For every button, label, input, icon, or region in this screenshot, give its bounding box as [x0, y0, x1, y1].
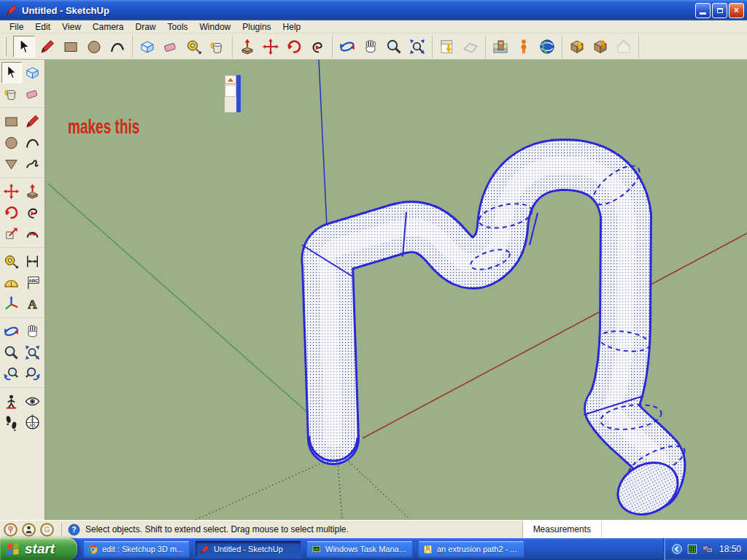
measurements-input[interactable]	[601, 521, 747, 539]
push-pull-tool[interactable]	[23, 181, 43, 202]
menu-item[interactable]: Help	[277, 21, 307, 33]
orbit-tool[interactable]	[336, 36, 358, 58]
tape-measure-tool[interactable]	[183, 36, 205, 58]
mini-scrollbar-artifact	[225, 75, 241, 112]
position-camera-tool[interactable]	[1, 391, 22, 412]
menu-item[interactable]: Camera	[87, 21, 130, 33]
paint-bucket-tool[interactable]	[1, 83, 22, 104]
orbit-tool[interactable]	[1, 321, 22, 342]
large-tool-set	[0, 60, 45, 520]
circle-tool[interactable]	[83, 36, 105, 58]
look-around-tool[interactable]	[23, 391, 43, 412]
measurements-label: Measurements	[522, 521, 601, 539]
start-button[interactable]: start	[0, 538, 77, 560]
window-title: Untitled - SketchUp	[22, 5, 694, 16]
menu-item[interactable]: File	[4, 21, 29, 33]
walk-tool[interactable]	[1, 412, 22, 433]
toggle-terrain-button[interactable]	[460, 36, 481, 58]
network-tray-icon[interactable]	[702, 543, 713, 555]
polygon-tool[interactable]	[1, 153, 22, 174]
rotate-tool[interactable]	[283, 36, 305, 58]
menu-item[interactable]: Edit	[29, 21, 56, 33]
google-status-icon[interactable]	[39, 522, 55, 537]
dimension-tool[interactable]	[23, 251, 43, 272]
add-building-button[interactable]	[513, 36, 535, 58]
geolocation-status-icon[interactable]	[3, 522, 18, 537]
menu-item[interactable]: Window	[194, 21, 237, 33]
add-location-button[interactable]	[436, 36, 458, 58]
zoom-tool[interactable]	[1, 342, 22, 363]
rectangle-tool[interactable]	[1, 111, 22, 132]
next-view-button[interactable]	[23, 363, 43, 384]
sketchup-app-icon	[5, 4, 18, 17]
annotation-text: makes this	[68, 115, 139, 139]
hide-icons-chevron-icon[interactable]	[671, 543, 683, 555]
section-plane-tool[interactable]	[23, 412, 43, 433]
task-untitled-sketchup[interactable]: Untitled - SketchUp	[195, 540, 301, 558]
task-windows-task-manager[interactable]: Windows Task Manager	[306, 540, 413, 558]
photo-textures-button[interactable]	[489, 36, 511, 58]
share-model-button[interactable]	[589, 36, 611, 58]
text-tool[interactable]	[23, 272, 43, 293]
cpu-meter-tray-icon[interactable]	[686, 543, 698, 555]
drawing-viewport[interactable]: makes this	[45, 60, 747, 520]
scale-tool[interactable]	[1, 223, 22, 244]
eraser-tool[interactable]	[160, 36, 182, 58]
scrollbar-rail	[236, 75, 241, 112]
task-label: Windows Task Manager	[325, 545, 409, 553]
restore-button[interactable]	[712, 3, 727, 18]
pan-tool[interactable]	[23, 321, 43, 342]
eraser-tool[interactable]	[23, 83, 43, 104]
protractor-tool[interactable]	[1, 272, 22, 293]
tape-measure-tool[interactable]	[1, 251, 22, 272]
menu-item[interactable]: Plugins	[236, 21, 276, 33]
account-status-icon[interactable]	[21, 522, 36, 537]
toolbar-grip[interactable]	[4, 37, 7, 56]
select-tool[interactable]	[1, 62, 22, 83]
model-canvas	[45, 60, 747, 520]
make-component-tool[interactable]	[23, 62, 43, 83]
selected-tube-geometry[interactable]	[302, 159, 689, 520]
minimize-button[interactable]	[695, 3, 711, 18]
3d-text-tool[interactable]	[23, 293, 43, 314]
zoom-extents-tool[interactable]	[23, 342, 43, 363]
get-models-button[interactable]	[566, 36, 588, 58]
rotate-tool[interactable]	[1, 202, 22, 223]
task-an-extrusion-path2[interactable]: an extrusion path2 - ...	[418, 540, 525, 558]
rectangle-tool[interactable]	[60, 36, 82, 58]
arc-tool[interactable]	[23, 132, 43, 153]
warehouse-button[interactable]	[613, 36, 635, 58]
close-button[interactable]: ×	[729, 3, 744, 18]
task-label: Untitled - SketchUp	[214, 545, 283, 553]
status-message: Select objects. Shift to extend select. …	[85, 524, 522, 534]
zoom-extents-tool[interactable]	[406, 36, 428, 58]
move-tool[interactable]	[260, 36, 282, 58]
pan-tool[interactable]	[360, 36, 382, 58]
zoom-tool[interactable]	[383, 36, 405, 58]
task-edit-sketchup-3d[interactable]: edit : Sketchup 3D m...	[83, 540, 190, 558]
push-pull-tool[interactable]	[236, 36, 258, 58]
follow-me-tool[interactable]	[23, 202, 43, 223]
move-tool[interactable]	[1, 181, 22, 202]
freehand-tool[interactable]	[23, 153, 43, 174]
arc-tool[interactable]	[107, 36, 128, 58]
title-bar: Untitled - SketchUp ×	[0, 0, 747, 20]
line-tool[interactable]	[23, 111, 43, 132]
make-component-tool[interactable]	[136, 36, 158, 58]
select-tool[interactable]	[13, 36, 35, 58]
status-separator	[61, 523, 62, 536]
previous-view-button[interactable]	[1, 363, 22, 384]
menu-item[interactable]: Draw	[130, 21, 162, 33]
line-tool[interactable]	[36, 36, 58, 58]
menu-item[interactable]: Tools	[162, 21, 194, 33]
preview-in-google-earth-button[interactable]	[536, 36, 558, 58]
offset-tool[interactable]	[23, 223, 43, 244]
axes-tool[interactable]	[1, 293, 22, 314]
follow-me-tool[interactable]	[306, 36, 328, 58]
clock: 18:50	[719, 544, 741, 554]
help-icon[interactable]	[67, 523, 81, 537]
task-icon	[199, 544, 210, 555]
circle-tool[interactable]	[1, 132, 22, 153]
menu-item[interactable]: View	[56, 21, 87, 33]
paint-bucket-tool[interactable]	[206, 36, 228, 58]
